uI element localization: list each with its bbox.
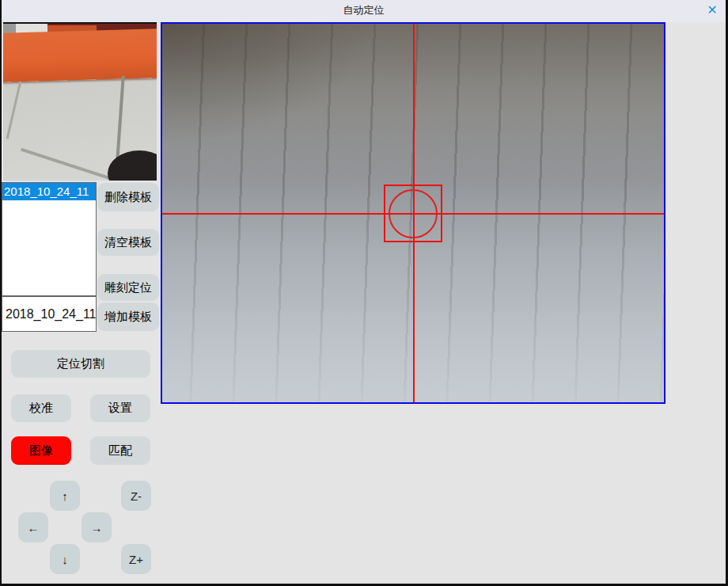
roi-circle-overlay — [389, 189, 438, 238]
clear-templates-button[interactable]: 清空模板 — [97, 229, 159, 256]
jog-down-button[interactable]: ↓ — [50, 544, 80, 574]
thumb-orange-beam — [3, 29, 157, 82]
thumb-tile-grout-vertical — [116, 76, 125, 162]
auto-position-dialog: 自动定位 ✕ 2018_10_24_11 删除模板 清空模板 雕刻定位 增加模板… — [0, 0, 728, 586]
jog-z-minus-button[interactable]: Z- — [121, 481, 151, 511]
template-list-item[interactable]: 2018_10_24_11 — [2, 183, 96, 200]
image-button[interactable]: 图像 — [11, 436, 71, 465]
calibrate-button[interactable]: 校准 — [11, 394, 71, 422]
position-cut-button[interactable]: 定位切割 — [11, 350, 150, 378]
jog-right-button[interactable]: → — [82, 512, 112, 542]
add-template-button[interactable]: 增加模板 — [97, 303, 159, 331]
close-icon[interactable]: ✕ — [703, 2, 721, 18]
template-thumbnail-preview — [3, 22, 157, 181]
window-title: 自动定位 — [2, 3, 726, 17]
jog-up-button[interactable]: ↑ — [50, 481, 80, 511]
template-name-input[interactable] — [2, 296, 97, 332]
thumb-tile-grout-left — [6, 82, 22, 139]
engrave-position-button[interactable]: 雕刻定位 — [97, 274, 159, 301]
thumb-dark-object — [108, 150, 157, 181]
settings-button[interactable]: 设置 — [90, 394, 150, 422]
delete-template-button[interactable]: 删除模板 — [97, 183, 159, 211]
jog-left-button[interactable]: ← — [18, 512, 48, 542]
match-button[interactable]: 匹配 — [90, 436, 150, 465]
title-bar: 自动定位 ✕ — [2, 0, 726, 22]
camera-live-view — [161, 22, 665, 404]
template-listbox: 2018_10_24_11 — [2, 182, 97, 296]
jog-z-plus-button[interactable]: Z+ — [121, 544, 151, 574]
